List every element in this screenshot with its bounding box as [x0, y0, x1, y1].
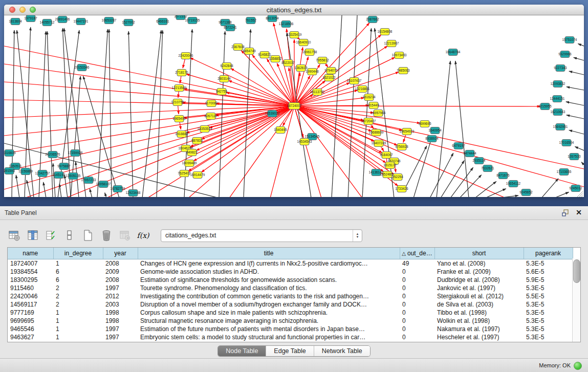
network-graph[interactable]: 1813604197918714055712208914061944719110…	[4, 15, 584, 197]
network-node[interactable]: 9474444	[463, 150, 476, 157]
network-node[interactable]: 17957233	[81, 177, 96, 184]
network-node[interactable]: 8938924	[425, 136, 439, 142]
column-header-name[interactable]: name	[8, 248, 53, 259]
network-node[interactable]: 1965493	[172, 116, 186, 122]
network-node[interactable]: 1916682	[175, 131, 188, 138]
network-node[interactable]: 1615172	[383, 162, 397, 169]
network-node[interactable]: 9975887	[57, 163, 71, 170]
close-panel-icon[interactable]: ✕	[576, 208, 582, 216]
network-node[interactable]: 2718170	[175, 70, 188, 76]
table-row[interactable]: 946554611997Estimation of the future num…	[8, 325, 573, 333]
network-node[interactable]: 1540495	[274, 127, 287, 134]
network-node[interactable]: 14353514	[198, 126, 212, 133]
network-node[interactable]: 8813054	[266, 15, 279, 22]
float-window-icon[interactable]	[561, 209, 570, 217]
network-node[interactable]: 16782759	[111, 186, 125, 192]
network-node[interactable]: 15692951	[553, 124, 568, 130]
network-node[interactable]: 1145193	[53, 172, 66, 179]
network-node[interactable]: 1733426	[395, 186, 408, 192]
network-canvas[interactable]: 1813604197918714055712208914061944719110…	[4, 15, 584, 197]
network-node[interactable]: 887833	[191, 138, 203, 144]
network-node[interactable]: 949822	[186, 149, 198, 156]
network-node[interactable]: 17016504	[559, 140, 574, 146]
network-node[interactable]: 10654112	[506, 181, 521, 187]
network-node[interactable]: 10719155	[185, 17, 200, 24]
network-node[interactable]: 14957964	[371, 110, 386, 117]
network-node[interactable]: 20891406	[55, 16, 70, 23]
column-chooser-button[interactable]	[26, 229, 39, 243]
network-node[interactable]: 16961758	[302, 49, 317, 56]
network-node[interactable]: 6466161	[156, 18, 169, 25]
network-node[interactable]: 7955812	[316, 57, 329, 64]
table-vertical-scrollbar[interactable]	[572, 258, 580, 342]
network-node[interactable]: 8522037	[281, 60, 295, 67]
column-header-title[interactable]: title	[138, 248, 400, 259]
network-node[interactable]: 1616234	[362, 94, 376, 101]
network-node[interactable]: 18724007	[287, 103, 302, 110]
network-node[interactable]: 9184067	[380, 152, 393, 159]
network-node[interactable]: 16407249	[372, 140, 386, 147]
network-node[interactable]: 16154808	[378, 29, 393, 35]
table-row[interactable]: 1872400712008Changes of HCN gene express…	[8, 259, 573, 268]
merge-rows-button[interactable]	[62, 229, 76, 243]
network-node[interactable]: 8454749	[243, 48, 256, 55]
network-node[interactable]: 9699695	[418, 121, 431, 127]
network-node[interactable]: 1640954	[428, 127, 442, 134]
network-node[interactable]: 8572241	[224, 25, 237, 31]
scrollbar-thumb[interactable]	[573, 259, 580, 283]
network-node[interactable]: 2087662	[366, 16, 379, 23]
network-node[interactable]: 2316605	[4, 150, 16, 157]
network-node[interactable]: 1813604	[9, 18, 22, 25]
network-node[interactable]: 8267110	[205, 113, 217, 120]
column-header-short[interactable]: short	[434, 248, 524, 259]
network-node[interactable]: 10653287	[102, 17, 117, 24]
network-node[interactable]: 9227343	[554, 65, 567, 72]
new-column-button[interactable]	[81, 229, 95, 243]
network-node[interactable]: 16648784	[446, 49, 461, 56]
network-node[interactable]: 2803144	[217, 76, 231, 82]
network-node[interactable]: 13325419	[287, 32, 302, 38]
network-node[interactable]: 9245012	[569, 185, 582, 192]
delete-column-button[interactable]	[99, 229, 113, 243]
network-node[interactable]: 1979187	[24, 15, 37, 22]
network-node[interactable]: 14055712	[40, 19, 55, 26]
table-row[interactable]: 946362711997Embryonic stem cells: a mode…	[8, 333, 573, 341]
network-node[interactable]: 17103655	[557, 169, 572, 176]
network-node[interactable]: 16210643	[551, 109, 565, 116]
column-header-in_degree[interactable]: in_degree	[53, 248, 103, 259]
network-node[interactable]: 7625402	[178, 170, 191, 177]
network-node[interactable]: 7485063	[397, 68, 410, 74]
network-node[interactable]: 842755	[216, 89, 227, 95]
network-node[interactable]: 6479197	[452, 143, 465, 149]
network-node[interactable]: 1358852	[269, 56, 282, 62]
network-node[interactable]: 9329966	[558, 51, 572, 58]
table-row[interactable]: 1938455462009Genome-wide association stu…	[8, 268, 573, 276]
network-node[interactable]: 915449	[368, 102, 379, 109]
network-node[interactable]: 19447191	[74, 18, 89, 25]
tab-node-table[interactable]: Node Table	[218, 346, 266, 356]
network-node[interactable]: 12923448	[126, 190, 141, 196]
network-node[interactable]: 15751074	[562, 37, 577, 43]
network-node[interactable]: 1210755	[171, 99, 184, 106]
network-node[interactable]: 15720407	[361, 118, 376, 125]
table-select[interactable]: citations_edges.txt ▲ ▼	[161, 229, 362, 242]
network-node[interactable]: 761552	[245, 17, 256, 24]
network-node[interactable]: 11156869	[18, 168, 33, 175]
network-node[interactable]: 16914479	[190, 172, 205, 179]
function-builder-button[interactable]: f(x)	[136, 229, 150, 243]
network-node[interactable]: 9756928	[395, 144, 408, 150]
table-row[interactable]: 911546021997Tourette syndrome. Phenomeno…	[8, 284, 573, 292]
network-node[interactable]: 12093832	[551, 81, 565, 87]
network-node[interactable]: 1990448	[306, 69, 319, 75]
network-node[interactable]: 1170082	[205, 100, 218, 107]
network-node[interactable]: 8471676	[496, 172, 510, 179]
network-node[interactable]: 19654923	[400, 128, 415, 135]
network-node[interactable]: 2935114	[473, 158, 486, 164]
network-window-titlebar[interactable]: citations_edges.txt	[4, 5, 584, 15]
network-node[interactable]: 12342757	[35, 170, 50, 177]
table-row[interactable]: 977716911998Corpus callosum shape and si…	[8, 309, 573, 317]
table-settings-button[interactable]	[7, 229, 21, 243]
row-check-button[interactable]: ✓ ✓	[44, 229, 58, 243]
network-node[interactable]: 1527002	[122, 19, 135, 26]
network-node[interactable]: 18099489	[182, 160, 197, 167]
